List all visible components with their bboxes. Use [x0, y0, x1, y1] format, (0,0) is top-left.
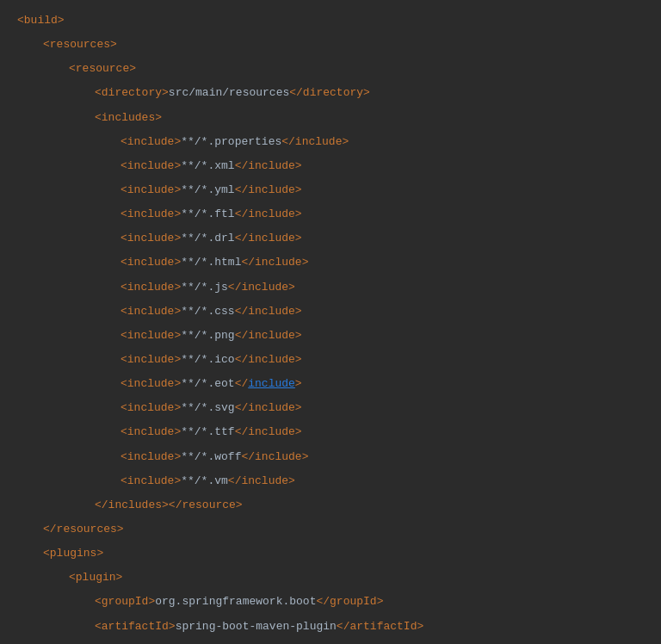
code-token: <include>: [120, 329, 181, 342]
code-token: >: [295, 377, 302, 390]
code-token: **/*.ftl: [181, 207, 234, 220]
code-token: <include>: [120, 159, 181, 172]
code-line: <directory>src/main/resources</directory…: [0, 81, 661, 105]
code-token: </include>: [241, 450, 308, 463]
code-token: **/*.properties: [181, 135, 281, 148]
code-token: </includes>: [95, 498, 169, 511]
code-token: </include>: [228, 281, 295, 294]
code-token: **/*.ttf: [181, 425, 234, 438]
code-line: <build>: [0, 9, 661, 33]
code-token: **/*.yml: [181, 183, 234, 196]
code-line: <plugin>: [0, 566, 661, 590]
code-token: </groupId>: [316, 595, 383, 608]
code-line: <include>**/*.eot</include>: [0, 372, 661, 396]
code-line: <resources>: [0, 33, 661, 57]
code-line: </plugin>: [0, 639, 661, 644]
code-line: <include>**/*.xml</include>: [0, 154, 661, 178]
code-line: <include>**/*.vm</include>: [0, 469, 661, 493]
code-line: <include>**/*.drl</include>: [0, 226, 661, 251]
code-token: **/*.svg: [181, 401, 234, 414]
code-token: <include>: [120, 450, 181, 463]
code-line: <include>**/*.png</include>: [0, 324, 661, 348]
code-line: <include>**/*.css</include>: [0, 300, 661, 324]
code-token: <include>: [120, 401, 181, 414]
code-token: <artifactId>: [95, 620, 176, 633]
code-token: **/*.js: [181, 281, 228, 294]
code-line: <include>**/*.ftl</include>: [0, 202, 661, 226]
code-token: <include>: [120, 232, 181, 245]
code-token: include: [248, 377, 295, 390]
code-token: <build>: [17, 14, 65, 27]
code-token: <include>: [120, 207, 181, 220]
code-line: <include>**/*.svg</include>: [0, 396, 661, 420]
code-line: </resources>: [0, 517, 661, 542]
code-editor: <build><resources><resource><directory>s…: [0, 9, 661, 644]
code-token: **/*.eot: [181, 377, 234, 390]
code-line: <plugins>: [0, 542, 661, 566]
code-token: <include>: [120, 425, 181, 438]
code-token: </artifactId>: [337, 620, 423, 633]
code-token: </directory>: [289, 86, 370, 99]
code-token: <resource>: [69, 62, 136, 75]
code-token: org.springframework.boot: [155, 595, 316, 608]
code-token: </include>: [235, 159, 302, 172]
code-line: <include>**/*.js</include>: [0, 276, 661, 300]
code-token: </resource>: [169, 498, 243, 511]
code-token: <include>: [120, 305, 181, 318]
code-token: **/*.drl: [181, 232, 234, 245]
code-line: <include>**/*.html</include>: [0, 251, 661, 275]
code-token: </include>: [241, 256, 308, 269]
code-token: <include>: [120, 256, 181, 269]
code-token: <directory>: [95, 86, 169, 99]
code-token: **/*.css: [181, 305, 234, 318]
code-token: **/*.vm: [181, 474, 228, 487]
code-token: <include>: [120, 377, 181, 390]
code-token: <include>: [120, 353, 181, 366]
code-token: <include>: [120, 135, 181, 148]
code-token: </include>: [235, 232, 302, 245]
code-token: <include>: [120, 183, 181, 196]
code-token: </include>: [235, 329, 302, 342]
code-token: </include>: [281, 135, 349, 148]
code-token: <groupId>: [95, 595, 155, 608]
code-token: spring-boot-maven-plugin: [176, 620, 337, 633]
code-token: src/main/resources: [169, 86, 289, 99]
code-line: <resource>: [0, 57, 661, 81]
code-token: **/*.png: [181, 329, 234, 342]
code-token: <resources>: [43, 38, 117, 51]
code-line: <include>**/*.woff</include>: [0, 445, 661, 469]
code-token: </include>: [228, 474, 295, 487]
code-token: </include>: [235, 305, 302, 318]
code-line: <include>**/*.properties</include>: [0, 130, 661, 154]
code-line: <includes>: [0, 106, 661, 130]
code-token: **/*.ico: [181, 353, 234, 366]
code-line: </includes></resource>: [0, 493, 661, 517]
code-line: <include>**/*.ico</include>: [0, 348, 661, 372]
code-line: <artifactId>spring-boot-maven-plugin</ar…: [0, 615, 661, 639]
code-token: </include>: [235, 207, 302, 220]
code-token: <plugin>: [69, 571, 122, 584]
code-token: **/*.xml: [181, 159, 234, 172]
code-token: <include>: [120, 474, 181, 487]
code-token: **/*.html: [181, 256, 241, 269]
code-line: <include>**/*.ttf</include>: [0, 420, 661, 444]
code-line: <include>**/*.yml</include>: [0, 178, 661, 202]
code-line: <groupId>org.springframework.boot</group…: [0, 590, 661, 614]
code-token: </include>: [235, 183, 302, 196]
code-token: <includes>: [95, 111, 162, 124]
code-token: </include>: [235, 425, 302, 438]
code-token: </resources>: [43, 523, 124, 536]
code-token: </: [235, 377, 249, 390]
code-token: </include>: [235, 401, 302, 414]
code-token: <include>: [120, 281, 181, 294]
code-token: **/*.woff: [181, 450, 241, 463]
code-token: <plugins>: [43, 547, 103, 560]
code-token: </include>: [235, 353, 302, 366]
